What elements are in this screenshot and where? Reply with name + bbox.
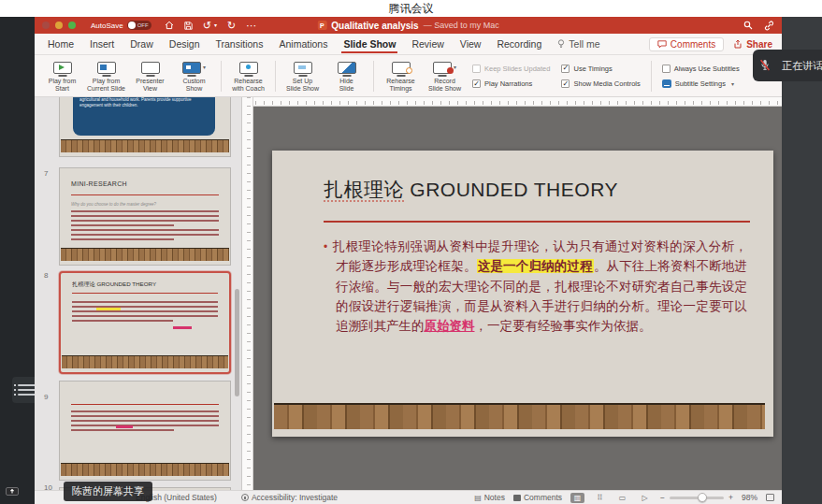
bullet-marker: • (324, 240, 327, 253)
record-slide-show-button[interactable]: ▾ RecordSlide Show (423, 58, 467, 94)
accessibility-icon (241, 494, 249, 501)
tab-home[interactable]: Home (48, 34, 74, 54)
app-root: 腾讯会议 陈茜的屏幕共享 正在讲话 AutoSave OFF (0, 0, 822, 504)
reading-view-button[interactable]: ▭ (615, 493, 629, 503)
autosave-toggle[interactable]: AutoSave OFF (91, 21, 151, 30)
share-button[interactable]: Share (733, 39, 772, 50)
slide-thumbnail-8[interactable]: 扎根理论 GROUNDED THEORY (59, 271, 231, 374)
slide-sorter-view-button[interactable]: ⠿ (593, 493, 607, 503)
slide-thumbnail-6[interactable]: Guided participation Even when children … (59, 97, 231, 157)
tab-design[interactable]: Design (169, 34, 200, 54)
hide-slide-button[interactable]: HideSlide (324, 58, 368, 94)
show-media-controls-checkbox[interactable]: ✓ Show Media Controls (561, 79, 640, 88)
custom-show-button[interactable]: ▾ CustomShow (172, 58, 216, 94)
meeting-left-strip (0, 17, 35, 504)
play-narrations-checkbox[interactable]: ✓ Play Narrations (472, 79, 550, 88)
meeting-titlebar: 腾讯会议 (0, 0, 822, 17)
screen-share-icon[interactable] (6, 487, 19, 497)
tab-review[interactable]: Review (411, 34, 443, 54)
subtitle-settings-button[interactable]: Subtitle Settings ▾ (662, 79, 740, 88)
screen-share-banner: 陈茜的屏幕共享 (64, 482, 152, 501)
slide-number: 8 (44, 271, 48, 280)
more-options-icon[interactable]: ⋯ (246, 21, 256, 31)
always-use-subtitles-checkbox[interactable]: Always Use Subtitles (662, 65, 740, 73)
keep-slides-updated-checkbox: Keep Slides Updated (472, 65, 550, 73)
normal-view-button[interactable]: ▥ (570, 493, 584, 503)
slide-thumbnail-panel: 7 8 9 10 Guided participation Even when … (35, 97, 242, 490)
slide-thumbnail-7[interactable]: MINI-RESEARCH Why do you choose to do th… (59, 167, 231, 266)
slide-8-editor[interactable]: 扎根理论 GROUNDED THEORY •扎根理论特别强调从资料中提升理论，认… (272, 151, 773, 437)
slide-number: 10 (44, 483, 52, 490)
rehearse-with-coach-icon (239, 62, 258, 74)
play-from-current-slide-button[interactable]: Play fromCurrent Slide (84, 58, 128, 94)
set-up-slide-show-button[interactable]: Set UpSlide Show (281, 58, 324, 94)
use-timings-checkbox[interactable]: ✓ Use Timings (561, 65, 640, 73)
accessibility-status[interactable]: Accessibility: Investigate (241, 493, 338, 502)
custom-show-icon (182, 62, 201, 74)
presenter-view-button[interactable]: PresenterView (128, 58, 172, 94)
redo-icon[interactable]: ↻ (227, 21, 236, 31)
zoom-slider-knob[interactable] (698, 493, 707, 502)
undo-dropdown-icon[interactable]: ▾ (214, 22, 217, 28)
red-link-mark (116, 425, 133, 428)
play-from-current-slide-icon (97, 62, 116, 74)
comment-bubble-icon (657, 40, 667, 49)
wood-floor-strip (62, 355, 228, 368)
tab-slide-show[interactable]: Slide Show (343, 34, 396, 54)
notes-icon: ▤ (474, 494, 482, 502)
comments-toggle-button[interactable]: Comments (513, 493, 562, 502)
save-icon[interactable] (184, 22, 193, 30)
thumbnail-scrollbar[interactable] (235, 289, 239, 396)
callout-box: Guided participation Even when children … (73, 97, 215, 136)
ppt-ribbon-tabs: Home Insert Draw Design Transitions Anim… (35, 34, 782, 55)
notes-button[interactable]: ▤ Notes (474, 493, 505, 502)
zoom-in-button[interactable]: + (728, 493, 733, 502)
link-icon[interactable] (764, 21, 774, 31)
set-up-slide-show-icon (294, 62, 312, 74)
speaking-indicator: 正在讲话 (753, 50, 822, 81)
play-from-start-icon (53, 62, 72, 74)
lightbulb-icon (557, 39, 565, 49)
home-icon[interactable] (165, 21, 174, 30)
title-rule (324, 221, 750, 223)
zoom-level[interactable]: 98% (742, 493, 757, 502)
slide-thumbnail-9[interactable] (59, 381, 231, 481)
fit-slide-to-window-icon[interactable] (766, 494, 774, 501)
rehearse-with-coach-button[interactable]: Rehearsewith Coach (226, 58, 270, 94)
meeting-right-strip (782, 17, 822, 504)
highlighted-phrase: 这是一个归纳的过程 (477, 259, 594, 273)
red-link-mark (173, 326, 192, 329)
undo-icon[interactable]: ↺ (203, 21, 211, 31)
tab-recording[interactable]: Recording (497, 34, 541, 54)
close-window-button[interactable] (42, 22, 50, 29)
slide-number: 9 (44, 393, 48, 401)
wood-floor-strip (61, 248, 229, 261)
comments-button[interactable]: Comments (649, 37, 724, 51)
comments-icon (513, 495, 521, 501)
meeting-window-title: 腾讯会议 (389, 1, 434, 17)
wood-floor-strip (61, 463, 229, 476)
horizontal-ruler (253, 97, 782, 107)
zoom-out-button[interactable]: − (660, 493, 665, 502)
dropdown-caret-icon: ▾ (731, 80, 734, 87)
rehearse-timings-button[interactable]: RehearseTimings (379, 58, 423, 94)
slideshow-view-button[interactable]: ▷ (638, 493, 652, 503)
tab-animations[interactable]: Animations (279, 34, 327, 54)
zoom-window-button[interactable] (68, 22, 76, 29)
wood-floor-strip (61, 139, 229, 152)
presenter-view-icon (141, 62, 160, 74)
play-from-start-button[interactable]: Play fromStart (40, 58, 84, 94)
tab-tell-me[interactable]: Tell me (557, 34, 599, 54)
tab-view[interactable]: View (460, 34, 482, 54)
minimize-window-button[interactable] (55, 22, 63, 29)
tab-insert[interactable]: Insert (90, 34, 114, 54)
search-icon[interactable] (743, 21, 753, 30)
tab-transitions[interactable]: Transitions (215, 34, 263, 54)
wood-floor-strip (274, 403, 765, 429)
powerpoint-doc-icon: P (317, 21, 326, 30)
zoom-slider[interactable] (670, 497, 724, 499)
rehearse-timings-icon (392, 62, 411, 74)
zoom-control: − + (660, 493, 733, 502)
tab-draw[interactable]: Draw (130, 34, 153, 54)
slide-canvas: 扎根理论 GROUNDED THEORY •扎根理论特别强调从资料中提升理论，认… (253, 97, 782, 490)
